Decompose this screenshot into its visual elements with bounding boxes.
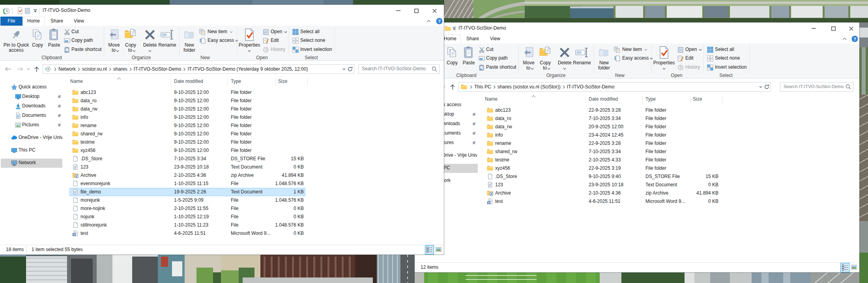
svg-text:W: W <box>73 233 76 236</box>
svg-text:Z: Z <box>490 192 492 196</box>
svg-text:?: ? <box>853 37 856 41</box>
svg-text:Z: Z <box>76 174 78 178</box>
svg-text:W: W <box>488 201 490 204</box>
svg-text:?: ? <box>438 19 441 24</box>
